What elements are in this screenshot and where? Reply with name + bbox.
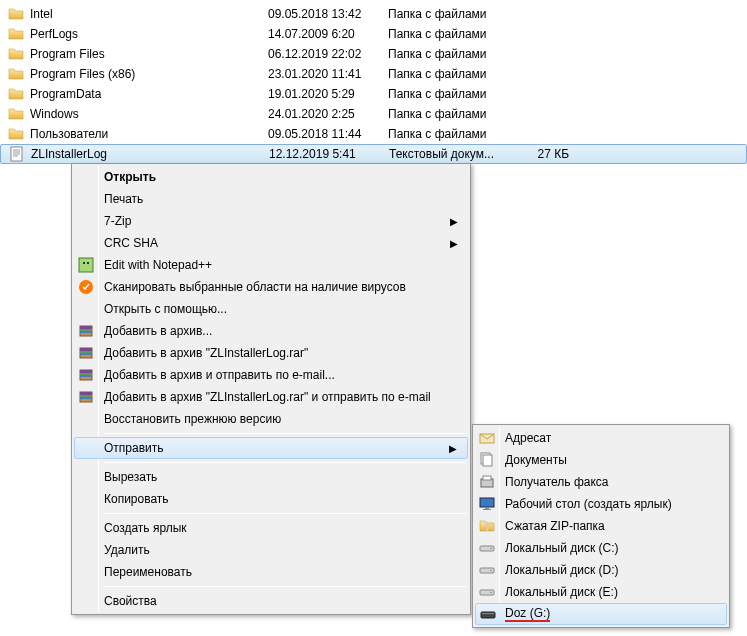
menu-rar-email[interactable]: Добавить в архив и отправить по e-mail..… <box>74 364 468 386</box>
file-type: Папка с файлами <box>388 27 528 41</box>
file-name: Program Files (x86) <box>30 67 135 81</box>
menu-notepadpp[interactable]: Edit with Notepad++ <box>74 254 468 276</box>
menu-delete[interactable]: Удалить <box>74 539 468 561</box>
file-date: 09.05.2018 11:44 <box>268 127 388 141</box>
file-name: Intel <box>30 7 53 21</box>
file-date: 12.12.2019 5:41 <box>269 147 389 161</box>
sendto-disk-e[interactable]: Локальный диск (E:) <box>475 581 727 603</box>
menu-separator <box>104 513 466 514</box>
drive-icon <box>479 584 495 600</box>
file-type: Текстовый докум... <box>389 147 529 161</box>
file-date: 19.01.2020 5:29 <box>268 87 388 101</box>
text-file-icon <box>9 146 25 162</box>
folder-icon <box>8 66 24 82</box>
file-type: Папка с файлами <box>388 107 528 121</box>
drive-icon <box>479 540 495 556</box>
file-type: Папка с файлами <box>388 127 528 141</box>
sendto-desktop[interactable]: Рабочий стол (создать ярлык) <box>475 493 727 515</box>
menu-copy[interactable]: Копировать <box>74 488 468 510</box>
drive-external-icon <box>480 606 496 622</box>
folder-icon <box>8 126 24 142</box>
file-type: Папка с файлами <box>388 47 528 61</box>
folder-icon <box>8 6 24 22</box>
folder-icon <box>8 26 24 42</box>
sendto-disk-g[interactable]: Doz (G:) <box>475 603 727 625</box>
file-row[interactable]: Windows 24.01.2020 2:25 Папка с файлами <box>0 104 747 124</box>
file-row[interactable]: ProgramData 19.01.2020 5:29 Папка с файл… <box>0 84 747 104</box>
file-type: Папка с файлами <box>388 67 528 81</box>
folder-icon <box>8 46 24 62</box>
zip-folder-icon <box>479 518 495 534</box>
desktop-icon <box>479 496 495 512</box>
file-row[interactable]: PerfLogs 14.07.2009 6:20 Папка с файлами <box>0 24 747 44</box>
file-row[interactable]: Пользователи 09.05.2018 11:44 Папка с фа… <box>0 124 747 144</box>
file-list: Intel 09.05.2018 13:42 Папка с файлами P… <box>0 0 747 164</box>
file-date: 06.12.2019 22:02 <box>268 47 388 61</box>
file-row-selected[interactable]: ZLInstallerLog 12.12.2019 5:41 Текстовый… <box>0 144 747 164</box>
notepadpp-icon <box>78 257 94 273</box>
menu-rename[interactable]: Переименовать <box>74 561 468 583</box>
context-menu: Открыть Печать 7-Zip▶ CRC SHA▶ Edit with… <box>71 163 471 615</box>
menu-open-with[interactable]: Открыть с помощью... <box>74 298 468 320</box>
menu-create-shortcut[interactable]: Создать ярлык <box>74 517 468 539</box>
file-size: 27 КБ <box>529 147 569 161</box>
winrar-icon <box>78 389 94 405</box>
documents-icon <box>479 452 495 468</box>
file-row[interactable]: Intel 09.05.2018 13:42 Папка с файлами <box>0 4 747 24</box>
file-row[interactable]: Program Files 06.12.2019 22:02 Папка с ф… <box>0 44 747 64</box>
file-row[interactable]: Program Files (x86) 23.01.2020 11:41 Пап… <box>0 64 747 84</box>
file-name: Windows <box>30 107 79 121</box>
drive-icon <box>479 562 495 578</box>
winrar-icon <box>78 345 94 361</box>
file-type: Папка с файлами <box>388 7 528 21</box>
menu-rar-named-email[interactable]: Добавить в архив "ZLInstallerLog.rar" и … <box>74 386 468 408</box>
sendto-recipient[interactable]: Адресат <box>475 427 727 449</box>
file-date: 23.01.2020 11:41 <box>268 67 388 81</box>
sendto-zip[interactable]: Сжатая ZIP-папка <box>475 515 727 537</box>
submenu-arrow-icon: ▶ <box>450 238 458 249</box>
file-date: 24.01.2020 2:25 <box>268 107 388 121</box>
mail-icon <box>479 430 495 446</box>
sendto-disk-c[interactable]: Локальный диск (C:) <box>475 537 727 559</box>
file-date: 09.05.2018 13:42 <box>268 7 388 21</box>
file-name: Program Files <box>30 47 105 61</box>
menu-properties[interactable]: Свойства <box>74 590 468 612</box>
file-name: ProgramData <box>30 87 101 101</box>
sendto-fax[interactable]: Получатель факса <box>475 471 727 493</box>
menu-print[interactable]: Печать <box>74 188 468 210</box>
menu-restore-version[interactable]: Восстановить прежнюю версию <box>74 408 468 430</box>
submenu-arrow-icon: ▶ <box>449 443 457 454</box>
menu-send-to[interactable]: Отправить▶ <box>74 437 468 459</box>
menu-cut[interactable]: Вырезать <box>74 466 468 488</box>
fax-icon <box>479 474 495 490</box>
sendto-disk-d[interactable]: Локальный диск (D:) <box>475 559 727 581</box>
menu-rar-add-named[interactable]: Добавить в архив "ZLInstallerLog.rar" <box>74 342 468 364</box>
sendto-documents[interactable]: Документы <box>475 449 727 471</box>
menu-separator <box>104 462 466 463</box>
winrar-icon <box>78 367 94 383</box>
file-type: Папка с файлами <box>388 87 528 101</box>
send-to-submenu: Адресат Документы Получатель факса Рабоч… <box>472 424 730 628</box>
menu-7zip[interactable]: 7-Zip▶ <box>74 210 468 232</box>
submenu-arrow-icon: ▶ <box>450 216 458 227</box>
winrar-icon <box>78 323 94 339</box>
avast-icon <box>78 279 94 295</box>
menu-crc-sha[interactable]: CRC SHA▶ <box>74 232 468 254</box>
folder-icon <box>8 106 24 122</box>
menu-separator <box>104 586 466 587</box>
menu-rar-add[interactable]: Добавить в архив... <box>74 320 468 342</box>
file-name: ZLInstallerLog <box>31 147 107 161</box>
file-name: Пользователи <box>30 127 108 141</box>
menu-avast-scan[interactable]: Сканировать выбранные области на наличие… <box>74 276 468 298</box>
menu-open[interactable]: Открыть <box>74 166 468 188</box>
file-name: PerfLogs <box>30 27 78 41</box>
menu-separator <box>104 433 466 434</box>
folder-icon <box>8 86 24 102</box>
file-date: 14.07.2009 6:20 <box>268 27 388 41</box>
